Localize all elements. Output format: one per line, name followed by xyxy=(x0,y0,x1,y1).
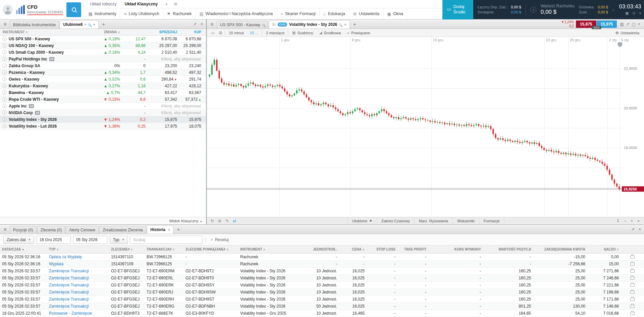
linked-button[interactable]: ∞Powiązane xyxy=(344,29,373,37)
watchlist-row[interactable]: iPszenica - Kasowy▲ 0,34%1,7496,52497,32 xyxy=(0,69,206,76)
column-header[interactable]: STOP LOSS xyxy=(367,245,397,253)
global-search-button[interactable] xyxy=(66,2,81,17)
refresh-icon[interactable]: ↻ xyxy=(211,219,214,223)
column-header[interactable]: INSTRUMENT▲▼ xyxy=(238,245,310,253)
chevron-down-icon[interactable]: ▾ xyxy=(85,23,86,26)
search-icon[interactable] xyxy=(262,24,265,26)
column-header[interactable]: JEDNOSTKI/IL. xyxy=(310,245,339,253)
disable-icon[interactable]: ⊘ xyxy=(218,219,221,223)
info-icon[interactable]: i xyxy=(2,43,7,48)
column-header[interactable]: CENA▲▼ xyxy=(339,245,367,253)
menu-rachunek[interactable]: ⚑Rachunek xyxy=(163,8,196,19)
info-icon[interactable]: i xyxy=(2,110,7,115)
info-icon[interactable]: i xyxy=(2,63,7,68)
watchlist-row[interactable]: iApple Inc24-Kliknij, aby aktywować xyxy=(0,103,206,109)
print-icon[interactable] xyxy=(630,312,635,315)
buy-price[interactable]: 23,240 xyxy=(177,63,206,68)
column-header[interactable]: ZLECENIE#▲▼ xyxy=(109,245,145,253)
history-row[interactable]: 16 Gru 2025 22:00:41Rolowanie - Zamknięc… xyxy=(0,310,644,317)
history-row[interactable]: 05 Sty 2026 02:36:16Wypłata1514397109BW.… xyxy=(0,260,644,267)
buy-price[interactable]: 497,32 xyxy=(177,70,206,75)
layout-single-icon[interactable]: ▭ xyxy=(209,31,217,35)
middle-line-button[interactable]: ◢Środkowa xyxy=(316,29,344,37)
menu-wiadomosci[interactable]: ▤Wiadomości i Narzędzia Analityczne xyxy=(196,8,277,19)
info-icon[interactable]: i xyxy=(2,77,7,81)
chart-settings-button[interactable]: ⚙Ustawienia xyxy=(612,29,642,37)
snapshot-icon[interactable]: ↧ xyxy=(616,219,620,223)
column-header[interactable]: WARTOŚĆ POZYCJI xyxy=(483,245,533,253)
buy-price[interactable]: 291,74 xyxy=(177,77,206,82)
sell-price[interactable]: 63,417 xyxy=(146,90,177,95)
sell-price[interactable]: 57,342 xyxy=(146,97,177,102)
close-icon[interactable]: × xyxy=(638,22,640,27)
range-button[interactable]: 2 miesiące xyxy=(263,29,287,37)
buy-price[interactable]: 15,975 xyxy=(177,117,206,122)
info-icon[interactable]: i xyxy=(2,124,7,128)
date-to-input[interactable] xyxy=(73,236,107,244)
close-tab-icon[interactable]: × xyxy=(344,22,346,27)
column-header[interactable]: TYP▲▼ xyxy=(47,245,109,253)
interval-button[interactable]: 15 minut xyxy=(226,29,247,37)
compare-icon[interactable]: ⇄ xyxy=(233,219,236,223)
transaction-type-link[interactable]: Zamknięcie Transakcji xyxy=(49,297,89,302)
add-chart-tab-button[interactable]: + xyxy=(351,21,359,27)
panel-close-icon[interactable]: × xyxy=(637,227,643,232)
search-icon[interactable] xyxy=(339,24,341,26)
watchlist-row[interactable]: iUS SPX 500 - Kasowy▲ 0,18%12,476 870,08… xyxy=(0,36,206,42)
column-header[interactable]: ZLECENIE POWIĄZANE#▲▼ xyxy=(183,245,238,253)
sort-icon[interactable]: ▲▼ xyxy=(26,31,28,34)
column-header[interactable]: KURS WYMIANY xyxy=(428,245,483,253)
column-header[interactable]: DATA/CZAS▼ xyxy=(0,245,47,253)
sell-price[interactable]: 496,52 xyxy=(146,70,177,75)
date-from-input[interactable] xyxy=(37,236,71,244)
print-icon[interactable] xyxy=(630,298,635,301)
column-header[interactable]: SALDO▲▼ xyxy=(587,245,621,253)
info-icon[interactable]: i xyxy=(530,7,536,13)
buy-price[interactable]: 18,075 xyxy=(177,124,206,129)
add-watchlist-tab-button[interactable]: + xyxy=(99,21,108,27)
favorites-tools-button[interactable]: Ulubione★ xyxy=(347,217,377,224)
history-row[interactable]: 05 Sty 2026 02:33:57Zamknięcie Transakcj… xyxy=(0,288,644,296)
info-icon[interactable]: i xyxy=(2,97,7,101)
menu-edukacja[interactable]: ⌂Edukacja xyxy=(320,8,349,19)
panel-menu-icon[interactable]: ≡ xyxy=(208,21,216,27)
col-sell[interactable]: SPRZEDAJ xyxy=(146,30,177,34)
sell-price[interactable]: 2 510,40 xyxy=(146,50,177,55)
search-input[interactable] xyxy=(130,236,202,244)
workspace-tab-roboczy[interactable]: Układ roboczy xyxy=(86,0,120,8)
print-icon[interactable] xyxy=(630,256,635,259)
print-icon[interactable] xyxy=(630,291,635,294)
watchlist-row[interactable]: iNVIDIA Corp24-Kliknij, aby aktywować xyxy=(0,109,206,116)
watchlist-row[interactable]: iBawełna - Kasowy▲ 0,7%44,763,41763,567 xyxy=(0,89,206,96)
tab-volatility-index[interactable]: ① CFD Volatility Index - Sty 2026 × xyxy=(269,20,350,29)
print-icon[interactable] xyxy=(630,284,635,287)
watchlist-row[interactable]: iOwies - Kasowy▲ 0,02%0,6290,84▼291,74 xyxy=(0,76,206,83)
reset-filters-button[interactable]: ×Resetuj xyxy=(209,237,231,242)
buy-price[interactable]: 2 511,40 xyxy=(177,50,206,55)
history-row[interactable]: 05 Sty 2026 02:33:57Zamknięcie Transakcj… xyxy=(0,296,644,303)
transaction-type-link[interactable]: Zamknięcie Transakcji xyxy=(49,269,89,273)
info-icon[interactable]: i xyxy=(2,90,7,95)
watchlist-row[interactable]: iZabka Group SA0%023,20023,240 xyxy=(0,62,206,69)
date-range-dropdown[interactable]: Zakres dat▼ xyxy=(3,236,34,244)
sell-price[interactable]: 6 870,08 xyxy=(146,37,177,41)
transaction-type-link[interactable]: Zamknięcie Transakcji xyxy=(49,276,89,280)
panel-popout-icon[interactable]: ↗ xyxy=(630,227,636,232)
workspace-layout-icon[interactable]: ⊞ xyxy=(171,2,180,6)
tab-us-spx-500[interactable]: US SPX 500 - Kasowy xyxy=(217,21,268,29)
chart-type-icon[interactable]: ▥ xyxy=(620,22,624,27)
watchlist-row[interactable]: iUS Small Cap 2000 - Kasowy▲ 0,16%4,242 … xyxy=(0,49,206,56)
panel-menu-icon[interactable]: ≡ xyxy=(1,21,9,27)
type-dropdown[interactable]: Typ▼ xyxy=(110,236,128,244)
transaction-type-link[interactable]: Zamknięcie Transakcji xyxy=(49,283,89,287)
chevron-right-icon[interactable]: › xyxy=(612,7,614,12)
maximize-icon[interactable]: ▢ xyxy=(632,22,636,27)
menu-listy-ulubionych[interactable]: ≡Listy Ulubionych xyxy=(120,8,163,19)
panel-close-icon[interactable]: × xyxy=(199,22,205,27)
add-workspace-button[interactable]: + xyxy=(162,1,171,7)
panel-menu-icon[interactable]: ≡ xyxy=(1,226,9,232)
info-icon[interactable]: i xyxy=(2,70,7,75)
sell-price[interactable]: 290,84▼ xyxy=(146,77,177,82)
tab-ulubione8[interactable]: Ulubione8 ▾ × xyxy=(60,20,99,29)
history-row[interactable]: 05 Sty 2026 02:33:57Zamknięcie Transakcj… xyxy=(0,267,644,274)
